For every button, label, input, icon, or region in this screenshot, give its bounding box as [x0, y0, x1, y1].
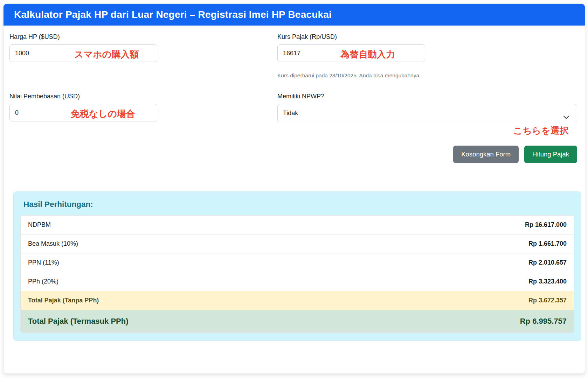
result-row-value: Rp 6.995.757 [520, 317, 567, 326]
result-row-label: PPN (11%) [28, 259, 59, 266]
result-row: NDPBMRp 16.617.000 [21, 216, 574, 234]
result-row: PPh (20%)Rp 3.323.400 [21, 272, 574, 291]
result-row-value: Rp 16.617.000 [525, 221, 567, 229]
result-row-label: NDPBM [28, 221, 51, 229]
result-row-value: Rp 3.672.357 [528, 297, 567, 304]
npwp-selected-value: Tidak [283, 110, 298, 117]
nilai-pembebasan-label: Nilai Pembebasan (USD) [9, 93, 277, 100]
result-row-label: Total Pajak (Tanpa PPh) [28, 297, 99, 304]
results-list: NDPBMRp 16.617.000Bea Masuk (10%)Rp 1.66… [20, 215, 574, 333]
calculate-tax-button[interactable]: Hitung Pajak [524, 146, 577, 163]
card-body: Harga HP ($USD) スマホの購入額 Kurs Pajak (Rp/U… [4, 26, 585, 341]
result-row-label: PPh (20%) [28, 278, 58, 285]
result-row-value: Rp 2.010.657 [528, 259, 567, 266]
results-heading: Hasil Perhitungan: [23, 200, 574, 209]
result-row-label: Total Pajak (Termasuk PPh) [28, 317, 129, 326]
page: Kalkulator Pajak HP dari Luar Negeri – R… [0, 0, 588, 378]
field-nilai-pembebasan: Nilai Pembebasan (USD) 免税なしの場合 [9, 93, 277, 137]
page-title: Kalkulator Pajak HP dari Luar Negeri – R… [14, 9, 332, 20]
kurs-help-text: Kurs diperbarui pada 23/10/2025. Anda bi… [277, 72, 577, 79]
harga-hp-input[interactable] [9, 44, 157, 62]
results-panel: Hasil Perhitungan: NDPBMRp 16.617.000Bea… [13, 191, 581, 341]
reset-form-button[interactable]: Kosongkan Form [453, 146, 519, 163]
result-row: Total Pajak (Tanpa PPh)Rp 3.672.357 [21, 291, 574, 310]
card-header: Kalkulator Pajak HP dari Luar Negeri – R… [4, 4, 585, 26]
result-row: PPN (11%)Rp 2.010.657 [21, 253, 574, 272]
calculator-card: Kalkulator Pajak HP dari Luar Negeri – R… [3, 4, 585, 374]
result-row-value: Rp 3.323.400 [528, 278, 567, 285]
npwp-annotation: こちらを選択 [277, 125, 577, 137]
result-row: Bea Masuk (10%)Rp 1.661.700 [21, 234, 574, 253]
chevron-down-icon [563, 110, 570, 117]
field-npwp: Memiliki NPWP? Tidak こちらを選択 [277, 93, 577, 137]
field-kurs-pajak: Kurs Pajak (Rp/USD) 為替自動入力 Kurs diperbar… [277, 33, 577, 79]
result-row-value: Rp 1.661.700 [528, 240, 567, 247]
harga-hp-label: Harga HP ($USD) [9, 33, 277, 41]
field-harga-hp: Harga HP ($USD) スマホの購入額 [9, 33, 277, 79]
section-divider [12, 179, 577, 179]
result-row: Total Pajak (Termasuk PPh)Rp 6.995.757 [21, 310, 574, 332]
kurs-pajak-input[interactable] [277, 44, 425, 62]
npwp-select[interactable]: Tidak [277, 104, 577, 122]
npwp-label: Memiliki NPWP? [277, 93, 577, 100]
result-row-label: Bea Masuk (10%) [28, 240, 78, 247]
kurs-pajak-label: Kurs Pajak (Rp/USD) [277, 33, 577, 41]
buttons-row: Kosongkan Form Hitung Pajak [9, 146, 577, 163]
calculator-form: Harga HP ($USD) スマホの購入額 Kurs Pajak (Rp/U… [9, 33, 577, 163]
nilai-pembebasan-input[interactable] [9, 104, 157, 121]
